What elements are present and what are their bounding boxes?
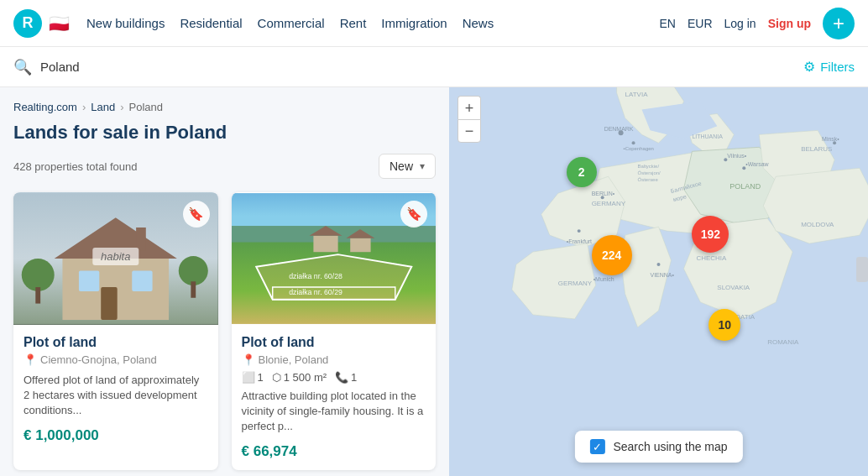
- map-marker-green[interactable]: 2: [567, 157, 597, 187]
- svg-rect-6: [136, 228, 146, 250]
- nav-news[interactable]: News: [463, 16, 494, 30]
- login-button[interactable]: Log in: [724, 17, 756, 30]
- search-map-checkbox[interactable]: ✓: [589, 439, 604, 454]
- breadcrumb-land[interactable]: Land: [91, 101, 115, 113]
- currency-selector[interactable]: EUR: [688, 17, 713, 30]
- area-icon: ⬡: [272, 371, 281, 384]
- svg-text:SLOVAKIA: SLOVAKIA: [717, 284, 750, 291]
- card-price-2: € 66,974: [242, 443, 426, 460]
- svg-text:BELARUS: BELARUS: [801, 145, 832, 153]
- logo-icon: R: [13, 9, 42, 38]
- svg-text:•Warsaw: •Warsaw: [745, 161, 769, 167]
- left-panel: Realting.com › Land › Poland Lands for s…: [0, 87, 449, 476]
- svg-text:VIENNA•: VIENNA•: [651, 272, 675, 278]
- breadcrumb-sep-1: ›: [82, 101, 86, 113]
- rooms-icon: 📞: [335, 371, 348, 384]
- svg-rect-3: [79, 271, 99, 291]
- area-value: 1 500 m²: [284, 371, 327, 384]
- plots-icon: ⬜: [242, 371, 255, 384]
- svg-point-42: [578, 229, 581, 233]
- location-text-2: Blonie, Poland: [259, 353, 329, 366]
- zoom-in-button[interactable]: +: [458, 96, 481, 119]
- card-location-1: 📍 Ciemno-Gnojna, Poland: [24, 353, 208, 366]
- card-specs-2: ⬜ 1 ⬡ 1 500 m² 📞 1: [242, 371, 426, 384]
- svg-text:GERMANY: GERMANY: [592, 200, 626, 207]
- map-marker-orange[interactable]: 224: [592, 235, 632, 275]
- svg-text:MOLDOVA: MOLDOVA: [801, 221, 834, 228]
- page-title: Lands for sale in Poland: [13, 122, 436, 144]
- filters-label: Filters: [820, 60, 855, 74]
- bookmark-button-1[interactable]: 🔖: [183, 201, 210, 228]
- card-image-2: działka nr. 60/28 działka nr. 60/29 🔖: [232, 192, 437, 325]
- svg-text:DENMARK: DENMARK: [604, 126, 634, 132]
- card-description-2: Attractive building plot located in the …: [242, 389, 426, 435]
- svg-text:działka nr. 60/29: działka nr. 60/29: [289, 288, 342, 296]
- search-bar: 🔍 ⚙ Filters: [0, 47, 868, 87]
- card-price-1: € 1,000,000: [24, 427, 208, 444]
- nav-immigration[interactable]: Immigration: [381, 16, 447, 30]
- svg-rect-8: [35, 287, 40, 303]
- svg-text:GERMANY: GERMANY: [558, 280, 593, 287]
- svg-rect-18: [313, 236, 337, 252]
- card-description-1: Offered plot of land of approximately 2 …: [24, 373, 208, 419]
- property-card-1[interactable]: habita 🔖 Plot of land 📍 Ciemno-Gnojna, P…: [13, 192, 218, 470]
- svg-rect-20: [350, 238, 370, 253]
- sort-label: New: [390, 160, 413, 173]
- nav-residential[interactable]: Residential: [180, 16, 242, 30]
- plots-spec: ⬜ 1: [242, 371, 264, 384]
- svg-text:BERLIN•: BERLIN•: [592, 191, 615, 196]
- signup-button[interactable]: Sign up: [768, 17, 811, 30]
- main-nav: New buildings Residential Commercial Ren…: [86, 16, 494, 30]
- zoom-out-button[interactable]: −: [458, 119, 481, 143]
- plots-value: 1: [258, 371, 264, 384]
- svg-point-7: [22, 259, 55, 291]
- results-bar: 428 properties total found New ▾: [13, 154, 436, 179]
- add-listing-button[interactable]: +: [823, 8, 855, 39]
- logo[interactable]: R 🇵🇱: [13, 9, 70, 38]
- svg-rect-10: [191, 281, 196, 297]
- nav-rent[interactable]: Rent: [340, 16, 367, 30]
- search-input[interactable]: [40, 60, 795, 74]
- map-marker-red[interactable]: 192: [692, 216, 729, 253]
- breadcrumb-realting[interactable]: Realting.com: [13, 101, 77, 113]
- nav-new-buildings[interactable]: New buildings: [86, 16, 165, 30]
- search-map-label: Search using the map: [613, 440, 727, 453]
- card-image-1: habita 🔖: [13, 192, 218, 325]
- svg-text:Östersee: Östersee: [638, 177, 659, 182]
- svg-text:•Copenhagen: •Copenhagen: [624, 146, 654, 151]
- scroll-indicator: [856, 257, 868, 282]
- svg-text:•Munich: •Munich: [593, 276, 614, 282]
- svg-text:Baltyckie/: Baltyckie/: [638, 164, 660, 169]
- svg-text:Minsk•: Minsk•: [822, 136, 839, 142]
- breadcrumb-sep-2: ›: [120, 101, 123, 113]
- filters-button[interactable]: ⚙ Filters: [803, 59, 855, 75]
- card-title-2: Plot of land: [242, 335, 426, 350]
- map-panel: LATVIA LITHUANIA BELARUS POLAND GERMANY …: [449, 87, 868, 476]
- nav-commercial[interactable]: Commercial: [258, 16, 325, 30]
- svg-text:LITHUANIA: LITHUANIA: [692, 133, 723, 139]
- rooms-value: 1: [351, 371, 357, 384]
- svg-rect-4: [132, 271, 152, 291]
- search-icon: 🔍: [13, 58, 32, 76]
- svg-point-9: [179, 256, 208, 285]
- search-map-toggle[interactable]: ✓ Search using the map: [574, 431, 742, 463]
- svg-point-55: [632, 141, 635, 144]
- svg-text:POLAND: POLAND: [729, 182, 761, 191]
- area-spec: ⬡ 1 500 m²: [272, 371, 327, 384]
- main-content: Realting.com › Land › Poland Lands for s…: [0, 87, 868, 476]
- breadcrumb: Realting.com › Land › Poland: [13, 101, 436, 113]
- habita-watermark: habita: [92, 248, 139, 265]
- rooms-spec: 📞 1: [335, 371, 357, 384]
- svg-text:CHECHIA: CHECHIA: [696, 254, 727, 262]
- svg-rect-5: [101, 287, 117, 320]
- lang-selector[interactable]: EN: [660, 17, 676, 30]
- location-pin-icon-1: 📍: [24, 353, 37, 366]
- breadcrumb-poland: Poland: [128, 101, 162, 113]
- card-title-1: Plot of land: [24, 335, 208, 350]
- property-card-2[interactable]: działka nr. 60/28 działka nr. 60/29 🔖 Pl…: [232, 192, 437, 470]
- filters-icon: ⚙: [803, 59, 815, 75]
- svg-text:Östersjon/: Östersjon/: [638, 170, 661, 175]
- card-body-2: Plot of land 📍 Blonie, Poland ⬜ 1 ⬡ 1 50…: [232, 325, 437, 470]
- bookmark-button-2[interactable]: 🔖: [400, 201, 427, 228]
- sort-dropdown[interactable]: New ▾: [379, 154, 436, 179]
